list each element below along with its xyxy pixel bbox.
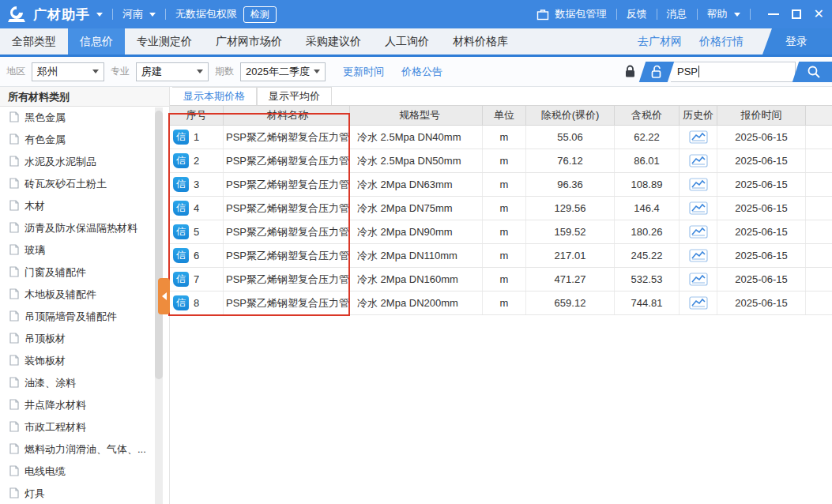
category-item[interactable]: 电线电缆 [0,461,169,483]
cell-history [680,220,717,243]
info-badge-icon[interactable]: 信 [173,130,189,145]
update-time-link[interactable]: 更新时间 [343,65,384,79]
search-input[interactable]: PSP [671,62,796,82]
category-item[interactable]: 市政工程材料 [0,416,169,438]
header-index[interactable]: 序号 [170,106,224,125]
login-button[interactable]: 登录 [761,28,832,55]
region-selector[interactable]: 河南 [122,7,143,21]
file-icon [9,134,19,147]
table-row[interactable]: 信 8 PSP聚乙烯钢塑复合压力管 冷水 2Mpa DN200mm m 659.… [170,291,832,315]
history-chart-icon[interactable] [689,273,708,286]
region-caret-icon[interactable] [149,13,156,17]
history-chart-icon[interactable] [689,296,708,310]
period-select[interactable]: 2025年二季度 [240,62,326,81]
sidebar-collapse-handle[interactable] [158,278,170,314]
table-row[interactable]: 信 4 PSP聚乙烯钢塑复合压力管 冷水 2Mpa DN75mm m 129.5… [170,197,832,220]
sidebar-scrollbar-thumb[interactable] [155,111,163,379]
history-chart-icon[interactable] [689,201,708,215]
maximize-icon[interactable] [792,9,801,19]
region-select[interactable]: 郑州 [32,62,104,81]
header-unit[interactable]: 单位 [483,106,526,125]
nav-tab[interactable]: 全部类型 [0,28,68,55]
table-row[interactable]: 信 6 PSP聚乙烯钢塑复合压力管 冷水 2Mpa DN110mm m 217.… [170,244,832,268]
category-item[interactable]: 木材 [0,195,169,217]
cell-material-name[interactable]: PSP聚乙烯钢塑复合压力管 [224,220,350,243]
price-view-tab[interactable]: 显示平均价 [257,87,332,105]
minimize-icon[interactable] [768,13,779,15]
category-item[interactable]: 水泥及水泥制品 [0,151,169,173]
header-price-incl-tax[interactable]: 含税价 [615,106,680,125]
history-chart-icon[interactable] [689,225,708,239]
header-quote-date[interactable]: 报价时间 [717,106,806,125]
table-row[interactable]: 信 5 PSP聚乙烯钢塑复合压力管 冷水 2Mpa DN90mm m 159.5… [170,220,832,244]
price-quotes-link[interactable]: 价格行情 [699,35,744,49]
category-item[interactable]: 燃料动力润滑油、气体、... [0,438,169,461]
info-badge-icon[interactable]: 信 [173,201,189,216]
nav-tab[interactable]: 信息价 [68,28,125,55]
cell-spec: 冷水 2Mpa DN160mm [350,268,483,291]
category-item[interactable]: 玻璃 [0,239,169,261]
category-item[interactable]: 黑色金属 [0,107,169,129]
cell-material-name[interactable]: PSP聚乙烯钢塑复合压力管 [224,244,350,267]
info-badge-icon[interactable]: 信 [173,248,189,263]
detect-button[interactable]: 检测 [243,6,277,23]
category-item[interactable]: 门窗及辅配件 [0,261,169,284]
sidebar-header: 所有材料类别 [0,87,169,107]
category-item[interactable]: 有色金属 [0,129,169,151]
category-item[interactable]: 灯具 [0,483,169,504]
cell-index: 信 2 [170,149,224,172]
cell-material-name[interactable]: PSP聚乙烯钢塑复合压力管 [224,268,350,291]
category-item[interactable]: 沥青及防水保温隔热材料 [0,217,169,239]
category-item[interactable]: 井点降水材料 [0,394,169,416]
cell-material-name[interactable]: PSP聚乙烯钢塑复合压力管 [224,126,350,149]
price-view-tab[interactable]: 显示本期价格 [172,87,257,105]
info-badge-icon[interactable]: 信 [173,272,189,287]
header-history[interactable]: 历史价 [680,106,717,125]
header-spec[interactable]: 规格型号 [350,106,483,125]
table-row[interactable]: 信 1 PSP聚乙烯钢塑复合压力管 冷水 2.5Mpa DN40mm m 55.… [170,126,832,149]
close-icon[interactable]: ✕ [814,8,824,21]
major-filter-label: 专业 [111,65,130,78]
app-menu-caret-icon[interactable] [96,13,103,17]
category-item[interactable]: 吊顶板材 [0,328,169,350]
header-price-excl-tax[interactable]: 除税价(裸价) [526,106,615,125]
info-badge-icon[interactable]: 信 [173,295,189,310]
cell-material-name[interactable]: PSP聚乙烯钢塑复合压力管 [224,197,350,220]
lock-open-button[interactable] [642,62,671,82]
search-button[interactable] [796,62,832,82]
nav-tab[interactable]: 材料价格库 [441,28,520,55]
cell-material-name[interactable]: PSP聚乙烯钢塑复合压力管 [224,173,350,196]
header-material-name[interactable]: 材料名称 [224,106,350,125]
category-item[interactable]: 砖瓦灰砂石土粉土 [0,173,169,195]
price-notice-link[interactable]: 价格公告 [401,65,442,79]
nav-tab[interactable]: 专业测定价 [125,28,204,55]
category-item[interactable]: 木地板及辅配件 [0,284,169,306]
table-row[interactable]: 信 2 PSP聚乙烯钢塑复合压力管 冷水 2.5Mpa DN50mm m 76.… [170,149,832,173]
category-item[interactable]: 油漆、涂料 [0,372,169,394]
history-chart-icon[interactable] [689,249,708,262]
nav-tab[interactable]: 广材网市场价 [204,28,294,55]
help-caret-icon[interactable] [734,13,740,17]
cell-material-name[interactable]: PSP聚乙烯钢塑复合压力管 [224,149,350,172]
nav-tab[interactable]: 人工询价 [373,28,441,55]
major-select[interactable]: 房建 [136,62,209,81]
help-link[interactable]: 帮助 [707,7,728,21]
file-icon [9,399,19,412]
info-badge-icon[interactable]: 信 [173,224,189,239]
feedback-link[interactable]: 反馈 [627,7,647,21]
go-guangcai-link[interactable]: 去广材网 [638,35,682,49]
data-package-link[interactable]: 数据包管理 [555,7,607,21]
nav-tab[interactable]: 采购建议价 [294,28,373,55]
history-chart-icon[interactable] [689,178,708,191]
lock-closed-icon[interactable] [620,65,639,78]
history-chart-icon[interactable] [689,154,708,167]
table-row[interactable]: 信 3 PSP聚乙烯钢塑复合压力管 冷水 2Mpa DN63mm m 96.36… [170,173,832,197]
messages-link[interactable]: 消息 [667,7,687,21]
info-badge-icon[interactable]: 信 [173,177,189,192]
cell-material-name[interactable]: PSP聚乙烯钢塑复合压力管 [224,291,350,314]
table-row[interactable]: 信 7 PSP聚乙烯钢塑复合压力管 冷水 2Mpa DN160mm m 471.… [170,268,832,291]
history-chart-icon[interactable] [689,130,708,144]
info-badge-icon[interactable]: 信 [173,153,189,168]
category-item[interactable]: 装饰板材 [0,350,169,372]
category-item[interactable]: 吊顶隔墙骨及辅配件 [0,306,169,328]
